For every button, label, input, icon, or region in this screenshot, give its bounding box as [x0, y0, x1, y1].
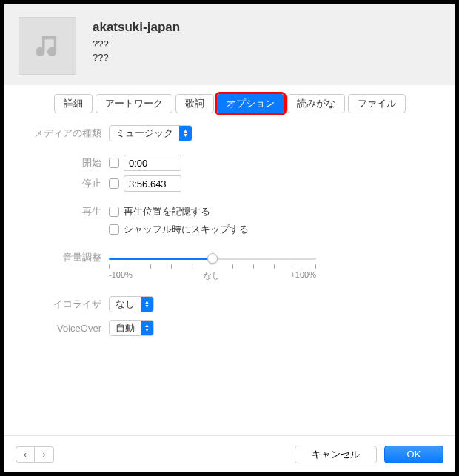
chevron-left-icon: ‹ [24, 449, 27, 460]
skip-shuffle-checkbox[interactable] [109, 224, 119, 235]
tab-detail[interactable]: 詳細 [54, 94, 93, 113]
stop-checkbox[interactable] [109, 178, 119, 189]
music-note-icon [32, 30, 63, 61]
skip-shuffle-label: シャッフル時にスキップする [124, 223, 249, 236]
tab-bar: 詳細 アートワーク 歌詞 オプション 読みがな ファイル [4, 85, 455, 125]
footer: ‹ › キャンセル OK [4, 435, 455, 472]
volume-center-label: なし [204, 270, 220, 281]
track-title: akatsuki-japan [93, 20, 180, 35]
stop-time-input[interactable] [124, 175, 181, 192]
action-buttons: キャンセル OK [295, 446, 443, 463]
header: akatsuki-japan ??? ??? [4, 4, 455, 85]
tab-lyrics[interactable]: 歌詞 [175, 94, 214, 113]
media-type-label: メディアの種類 [26, 127, 109, 140]
options-form: メディアの種類 ミュージック ▲▼ 開始 停止 再生 再生位置を記憶する シャッ… [4, 125, 455, 358]
track-album: ??? [93, 51, 180, 64]
voiceover-label: VoiceOver [26, 323, 109, 334]
remember-position-label: 再生位置を記憶する [124, 205, 210, 218]
prev-button[interactable]: ‹ [16, 446, 35, 463]
title-block: akatsuki-japan ??? ??? [93, 17, 180, 64]
select-arrows-icon: ▲▼ [179, 126, 192, 141]
volume-slider[interactable] [109, 251, 316, 266]
media-type-select[interactable]: ミュージック ▲▼ [109, 125, 192, 141]
tab-sort[interactable]: 読みがな [287, 94, 345, 113]
track-artist: ??? [93, 38, 180, 51]
cancel-button[interactable]: キャンセル [295, 446, 377, 463]
remember-position-checkbox[interactable] [109, 207, 119, 217]
start-label: 開始 [26, 156, 109, 170]
tab-options[interactable]: オプション [217, 94, 284, 113]
voiceover-value: 自動 [110, 321, 141, 335]
slider-thumb[interactable] [207, 253, 218, 264]
next-button[interactable]: › [35, 446, 54, 463]
ok-button[interactable]: OK [384, 446, 443, 463]
tab-file[interactable]: ファイル [348, 94, 406, 113]
equalizer-value: なし [110, 298, 141, 311]
start-time-input[interactable] [124, 155, 181, 171]
playback-label: 再生 [26, 205, 109, 218]
equalizer-label: イコライザ [26, 298, 109, 311]
media-type-value: ミュージック [110, 127, 179, 140]
stop-label: 停止 [26, 177, 109, 190]
chevron-right-icon: › [43, 449, 46, 460]
voiceover-select[interactable]: 自動 ▲▼ [109, 320, 154, 336]
volume-max-label: +100% [290, 270, 316, 281]
start-checkbox[interactable] [109, 158, 119, 168]
select-arrows-icon: ▲▼ [141, 321, 153, 335]
slider-labels: -100% なし +100% [109, 270, 316, 281]
tab-artwork[interactable]: アートワーク [96, 94, 172, 113]
nav-buttons: ‹ › [16, 446, 54, 463]
album-artwork-placeholder [19, 17, 76, 75]
select-arrows-icon: ▲▼ [141, 297, 153, 312]
volume-label: 音量調整 [26, 251, 109, 264]
volume-min-label: -100% [109, 270, 133, 281]
equalizer-select[interactable]: なし ▲▼ [109, 296, 154, 312]
